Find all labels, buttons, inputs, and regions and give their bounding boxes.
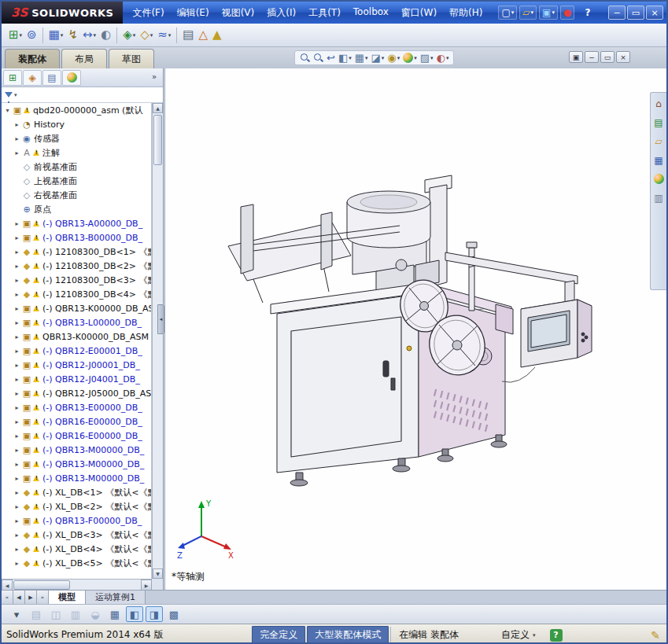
tab-scroll-button-3[interactable]: ▶ (25, 591, 37, 604)
close-button[interactable]: × (646, 6, 663, 20)
tree-item[interactable]: ▸▣(-) QBR13-E00000_DB_ (2, 400, 151, 414)
expand-arrow-icon[interactable]: ▸ (13, 277, 21, 284)
instant3d-button[interactable]: ▲ (210, 26, 224, 45)
tree-item[interactable]: ▸▣(-) QBR13-L00000_DB_ (2, 315, 151, 329)
tree-item[interactable]: ▸A注解 (2, 145, 151, 160)
expand-arrow-icon[interactable]: ▸ (13, 149, 21, 156)
control-panel[interactable] (502, 300, 592, 382)
scroll-down-button[interactable]: ▼ (153, 569, 163, 579)
expand-arrow-icon[interactable]: ▸ (13, 560, 21, 567)
panel-splitter[interactable]: ◂ (157, 304, 164, 334)
view-settings-button[interactable]: ◐▾ (435, 52, 451, 64)
design-library-icon[interactable]: ▤ (652, 116, 666, 129)
expand-arrow-icon[interactable]: ▸ (13, 348, 21, 355)
custom-properties-icon[interactable]: ▥ (652, 191, 666, 204)
expand-panel-button[interactable]: » (152, 72, 161, 81)
expand-arrow-icon[interactable]: ▸ (13, 517, 21, 524)
machine-cabinet[interactable] (271, 283, 513, 473)
move-component-button[interactable]: ↔▾ (80, 26, 98, 45)
tree-item[interactable]: ▸◆(-) XL_DB<3> 《默认<《默认 (2, 528, 151, 542)
menu-edit[interactable]: 编辑(E) (171, 3, 216, 23)
door-handle[interactable] (391, 378, 395, 390)
expand-arrow-icon[interactable]: ▸ (13, 503, 21, 510)
tree-item[interactable]: ⊕原点 (2, 202, 151, 216)
tree-item[interactable]: ▸▣(-) QBR12-E00001_DB_ (2, 344, 151, 358)
menu-file[interactable]: 文件(F) (126, 3, 170, 23)
exploded-view-button[interactable]: △ (197, 26, 211, 45)
orientation-triad[interactable]: Y X Z (176, 494, 242, 561)
menu-insert[interactable]: 插入(I) (260, 3, 302, 23)
tree-item[interactable]: ▸▣(-) QBR12-J04001_DB_ (2, 372, 151, 386)
expand-arrow-icon[interactable]: ▸ (13, 447, 21, 454)
door-latch[interactable] (383, 361, 389, 377)
tree-item[interactable]: ▸◆(-) 12108300_DB<4> 《默认 (2, 287, 151, 301)
tree-item[interactable]: ▸▣(-) QBR16-E00000_DB_ (2, 429, 151, 443)
bottom-tool-8[interactable]: ▩ (165, 606, 183, 622)
tree-vertical-scrollbar[interactable]: ▲ ▼ (152, 103, 163, 579)
bill-of-materials-button[interactable]: ▤ (180, 26, 196, 45)
propertymanager-tab[interactable]: ◈ (23, 70, 42, 86)
bottom-tool-4[interactable]: ◒ (87, 606, 104, 622)
mate-button[interactable]: ⊚ (24, 26, 39, 45)
appearances-icon[interactable] (652, 172, 666, 186)
tree-item[interactable]: ◇上视基准面 (2, 174, 151, 188)
bottom-tool-1[interactable]: ▤ (28, 606, 45, 622)
graphics-viewport[interactable]: Y X Z *等轴测 ⌂▤▱▦▥ (164, 68, 666, 590)
custom-dropdown[interactable]: 自定义 ▾ (495, 628, 542, 642)
tree-item[interactable]: ▸▣(-) QBR12-J00001_DB_ (2, 358, 151, 372)
expand-arrow-icon[interactable]: ▸ (13, 362, 21, 369)
model-tab-2[interactable]: 运动算例1 (86, 591, 146, 604)
expand-arrow-icon[interactable]: ▸ (13, 546, 21, 553)
tree-item[interactable]: ▸▣(-) QBR13-M00000_DB_ (2, 443, 151, 457)
command-tab-3[interactable]: 草图 (109, 49, 154, 68)
tree-item[interactable]: ▸▣(-) QBR16-E00000_DB_ (2, 414, 151, 429)
tab-scroll-button-1[interactable]: « (2, 591, 13, 604)
menu-window[interactable]: 窗口(W) (395, 3, 443, 23)
tree-item[interactable]: ▸▣QBR13-K00000_DB_ASM (2, 329, 151, 344)
tree-item[interactable]: ▸▣(-) QBR13-M00000_DB_ (2, 471, 151, 485)
show-hidden-components-button[interactable]: ◐ (98, 26, 113, 45)
tree-item[interactable]: ▸◆(-) XL_DB<5> 《默认<《默认 (2, 556, 151, 570)
configurationmanager-tab[interactable]: ▤ (42, 70, 61, 86)
tree-item[interactable]: ▸▣(-) QBR13-M00000_DB_ (2, 457, 151, 471)
featuremanager-tab[interactable]: ⊞ (3, 70, 22, 86)
tree-item[interactable]: ▸▣(-) QBR13-A00000_DB_ (2, 216, 151, 230)
model-status-button[interactable]: ● (560, 6, 574, 20)
section-view-button[interactable]: ◧▾ (337, 52, 353, 64)
new-document-button[interactable]: ▢▾ (498, 6, 517, 20)
bottom-tool-2[interactable]: ◫ (47, 606, 65, 622)
expand-arrow-icon[interactable]: ▸ (13, 291, 21, 298)
scroll-left-button[interactable]: ◀ (2, 580, 13, 591)
expand-arrow-icon[interactable]: ▸ (13, 532, 21, 539)
hide-show-items-button[interactable]: ◉▾ (386, 52, 401, 64)
filter-bar[interactable]: ▾ (2, 87, 163, 103)
expand-arrow-icon[interactable]: ▸ (13, 333, 21, 340)
expand-arrow-icon[interactable]: ▸ (13, 418, 21, 425)
tree-item[interactable]: ▸▣(-) QBR13-F00000_DB_ (2, 513, 151, 528)
bowl-feeder[interactable] (347, 191, 430, 274)
expand-arrow-icon[interactable]: ▸ (13, 305, 21, 312)
expand-arrow-icon[interactable]: ▸ (13, 135, 21, 142)
previous-view-button[interactable]: ↩ (325, 52, 337, 64)
view-orientation-button[interactable]: ▦▾ (353, 52, 370, 64)
tree-horizontal-scrollbar[interactable]: ◀ ▶ (2, 579, 152, 590)
expand-arrow-icon[interactable]: ▸ (13, 234, 21, 241)
expand-arrow-icon[interactable]: ▸ (13, 404, 21, 411)
file-explorer-icon[interactable]: ▱ (652, 134, 666, 148)
doc-close-button[interactable]: × (616, 51, 630, 63)
expand-arrow-icon[interactable]: ▸ (13, 319, 21, 326)
zoom-to-fit-button[interactable] (298, 52, 312, 64)
bottom-tool-5[interactable]: ▦ (106, 606, 124, 622)
tree-item[interactable]: ▸◆(-) XL_DB<2> 《默认<《默认 (2, 499, 151, 513)
command-tab-2[interactable]: 布局 (61, 49, 107, 68)
expand-arrow-icon[interactable]: ▾ (3, 107, 12, 114)
expand-arrow-icon[interactable]: ▸ (13, 376, 21, 383)
scroll-thumb-horizontal[interactable] (13, 580, 70, 590)
curves-button[interactable]: ≈▾ (155, 26, 173, 45)
tab-scroll-button-4[interactable]: » (37, 591, 49, 604)
scroll-thumb[interactable] (153, 115, 162, 165)
tree-item[interactable]: ▸▣(-) QBR13-K00000_DB_ASM (2, 301, 151, 315)
insert-components-button[interactable]: ⊞▾ (6, 26, 24, 45)
linear-component-pattern-button[interactable]: ▦▾ (46, 26, 66, 45)
tree-item[interactable]: ◇右视基准面 (2, 188, 151, 202)
